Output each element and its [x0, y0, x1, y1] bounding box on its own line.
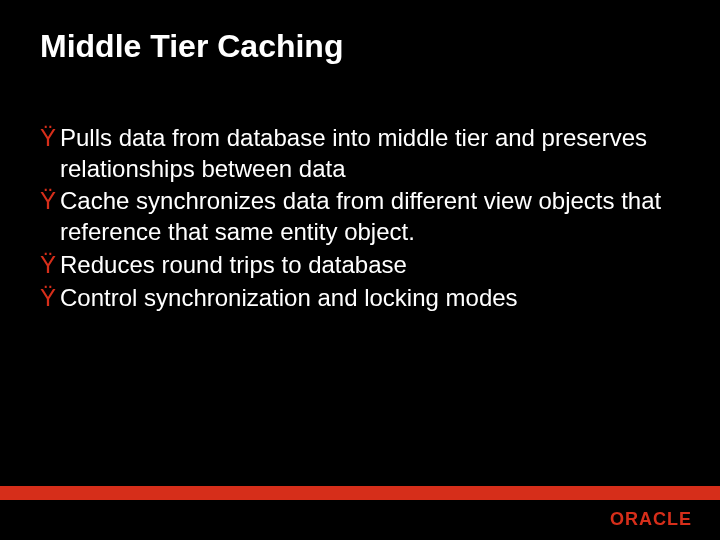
bullet-icon: Ÿ: [40, 123, 56, 154]
bullet-list: Ÿ Pulls data from database into middle t…: [0, 65, 720, 313]
footer-accent-bar: [0, 486, 720, 500]
bullet-text: Cache synchronizes data from different v…: [60, 186, 680, 247]
bullet-text: Control synchronization and locking mode…: [60, 283, 518, 314]
bullet-icon: Ÿ: [40, 186, 56, 217]
bullet-icon: Ÿ: [40, 283, 56, 314]
list-item: Ÿ Reduces round trips to database: [40, 250, 680, 281]
list-item: Ÿ Pulls data from database into middle t…: [40, 123, 680, 184]
list-item: Ÿ Control synchronization and locking mo…: [40, 283, 680, 314]
page-title: Middle Tier Caching: [0, 0, 720, 65]
brand-name: ORACLE: [610, 509, 692, 530]
bullet-text: Pulls data from database into middle tie…: [60, 123, 680, 184]
list-item: Ÿ Cache synchronizes data from different…: [40, 186, 680, 247]
bullet-text: Reduces round trips to database: [60, 250, 407, 281]
brand-logo: ORACLE: [610, 509, 692, 530]
bullet-icon: Ÿ: [40, 250, 56, 281]
slide: Middle Tier Caching Ÿ Pulls data from da…: [0, 0, 720, 540]
